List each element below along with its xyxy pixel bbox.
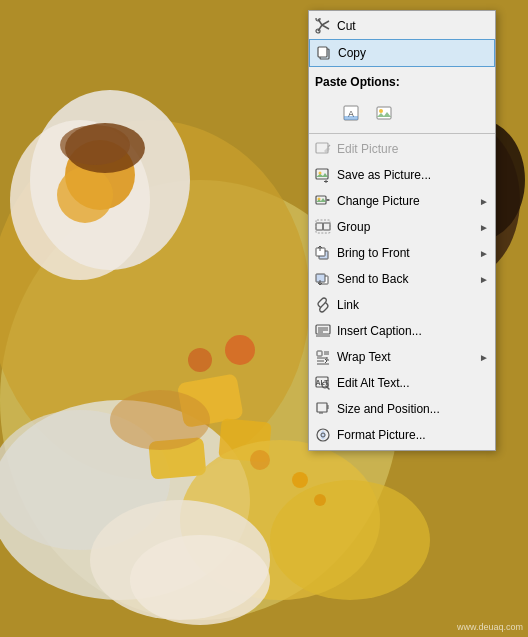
edit-alt-text-label: Edit Alt Text... xyxy=(337,376,489,390)
wrap-text-icon xyxy=(313,347,333,367)
svg-rect-43 xyxy=(323,223,330,230)
menu-item-wrap-text[interactable]: Wrap Text ► xyxy=(309,344,495,370)
svg-rect-30 xyxy=(318,47,327,57)
bring-to-front-label: Bring to Front xyxy=(337,246,479,260)
format-picture-icon xyxy=(313,425,333,445)
copy-label: Copy xyxy=(338,46,488,60)
wrap-text-arrow: ► xyxy=(479,352,489,363)
bring-to-front-arrow: ► xyxy=(479,248,489,259)
change-picture-arrow: ► xyxy=(479,196,489,207)
wrap-text-label: Wrap Text xyxy=(337,350,479,364)
svg-rect-34 xyxy=(377,107,391,119)
menu-item-send-to-back[interactable]: Send to Back ► xyxy=(309,266,495,292)
menu-item-save-as-picture[interactable]: Save as Picture... xyxy=(309,162,495,188)
svg-rect-55 xyxy=(317,351,322,356)
menu-item-bring-to-front[interactable]: Bring to Front ► xyxy=(309,240,495,266)
group-arrow: ► xyxy=(479,222,489,233)
svg-rect-42 xyxy=(316,223,323,230)
paste-picture-button[interactable] xyxy=(370,99,398,127)
change-picture-label: Change Picture xyxy=(337,194,479,208)
paste-keep-source-button[interactable]: A xyxy=(337,99,365,127)
edit-picture-label: Edit Picture xyxy=(337,142,489,156)
save-as-picture-label: Save as Picture... xyxy=(337,168,489,182)
menu-item-copy[interactable]: Copy xyxy=(309,39,495,67)
insert-caption-label: Insert Caption... xyxy=(337,324,489,338)
menu-item-edit-picture: Edit Picture xyxy=(309,136,495,162)
paste-buttons-container: A xyxy=(309,97,495,131)
menu-item-format-picture[interactable]: Format Picture... xyxy=(309,422,495,448)
watermark: www.deuaq.com xyxy=(457,622,523,632)
svg-rect-33 xyxy=(344,116,358,120)
context-menu: Cut Copy Paste Options: A xyxy=(308,10,496,451)
menu-item-link[interactable]: Link xyxy=(309,292,495,318)
svg-line-49 xyxy=(321,303,325,307)
menu-item-change-picture[interactable]: Change Picture ► xyxy=(309,188,495,214)
group-label: Group xyxy=(337,220,479,234)
size-and-position-label: Size and Position... xyxy=(337,402,489,416)
cut-label: Cut xyxy=(337,19,489,33)
send-to-back-label: Send to Back xyxy=(337,272,479,286)
change-picture-icon xyxy=(313,191,333,211)
svg-rect-38 xyxy=(316,169,328,179)
copy-icon xyxy=(314,43,334,63)
svg-rect-64 xyxy=(317,403,327,412)
menu-item-cut[interactable]: Cut xyxy=(309,13,495,39)
menu-item-size-and-position[interactable]: Size and Position... xyxy=(309,396,495,422)
menu-item-group[interactable]: Group ► xyxy=(309,214,495,240)
paste-options-label: Paste Options: xyxy=(315,75,400,89)
edit-alt-text-icon: ALT xyxy=(313,373,333,393)
bring-to-front-icon xyxy=(313,243,333,263)
group-icon xyxy=(313,217,333,237)
separator-1 xyxy=(309,133,495,134)
cut-icon xyxy=(313,16,333,36)
format-picture-label: Format Picture... xyxy=(337,428,489,442)
send-to-back-arrow: ► xyxy=(479,274,489,285)
link-icon xyxy=(313,295,333,315)
link-label: Link xyxy=(337,298,489,312)
paste-options-row: Paste Options: xyxy=(309,67,495,97)
save-as-picture-icon xyxy=(313,165,333,185)
edit-picture-icon xyxy=(313,139,333,159)
insert-caption-icon xyxy=(313,321,333,341)
send-to-back-icon xyxy=(313,269,333,289)
size-position-icon xyxy=(313,399,333,419)
menu-item-insert-caption[interactable]: Insert Caption... xyxy=(309,318,495,344)
svg-point-35 xyxy=(379,109,383,113)
menu-item-edit-alt-text[interactable]: ALT Edit Alt Text... xyxy=(309,370,495,396)
